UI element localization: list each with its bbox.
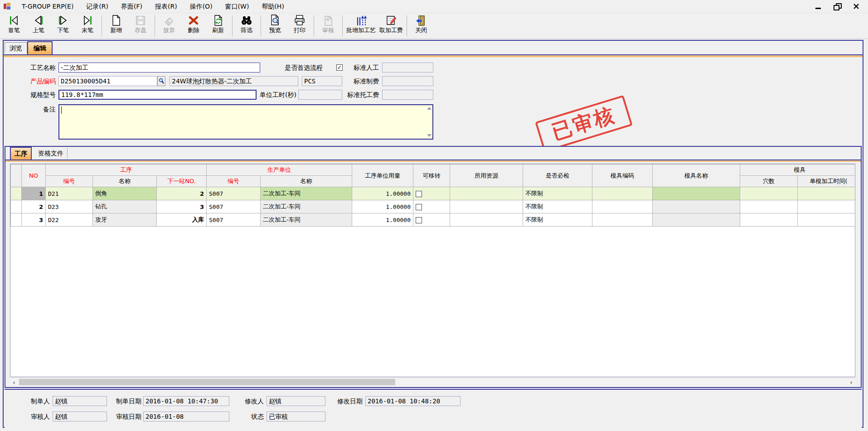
op-code-cell[interactable]: D21 xyxy=(46,187,93,200)
menu-report[interactable]: 报表(R) xyxy=(149,0,184,13)
save-button[interactable]: 存盘 xyxy=(128,13,153,39)
menu-help[interactable]: 帮助(H) xyxy=(255,0,290,13)
tab-browse[interactable]: 浏览 xyxy=(5,42,27,53)
usage-cell[interactable]: 1.00000 xyxy=(352,213,413,227)
table-row[interactable]: 1D21倒角2S007二次加工-车间1.00000不限制 xyxy=(11,187,856,200)
menu-app[interactable]: T-GROUP ERP(E) xyxy=(15,0,80,13)
op-name-cell[interactable]: 钻孔 xyxy=(93,200,157,213)
batch-add-process-button[interactable]: 批增加工艺 xyxy=(344,13,378,39)
col-op-code-header[interactable]: 编号 xyxy=(46,176,93,187)
row-selector-cell[interactable] xyxy=(11,200,22,213)
resources-cell[interactable] xyxy=(450,187,523,200)
unit-code-cell[interactable]: S007 xyxy=(207,200,261,213)
process-name-input[interactable]: -二次加工 xyxy=(58,63,260,73)
no-cell[interactable]: 3 xyxy=(22,213,46,227)
get-processing-fee-button[interactable]: 取加工费 xyxy=(378,13,405,39)
inspect-cell[interactable]: 不限制 xyxy=(523,187,592,200)
col-unit-name-header[interactable]: 名称 xyxy=(261,176,352,187)
cavities-cell[interactable] xyxy=(740,187,798,200)
inspect-cell[interactable]: 不限制 xyxy=(523,200,592,213)
remark-textarea[interactable] xyxy=(58,104,433,140)
table-row[interactable]: 2D23钻孔3S007二次加工-车间1.00000不限制 xyxy=(11,200,856,213)
menu-operation[interactable]: 操作(O) xyxy=(184,0,219,13)
scroll-up-icon[interactable] xyxy=(427,107,432,110)
no-cell[interactable]: 1 xyxy=(22,187,46,200)
unit-name-cell[interactable]: 二次加工-车间 xyxy=(261,200,352,213)
horizontal-scrollbar[interactable]: ‹ › xyxy=(10,378,855,386)
row-selector-cell[interactable] xyxy=(11,213,22,227)
usage-cell[interactable]: 1.00000 xyxy=(352,200,413,213)
usage-cell[interactable]: 1.00000 xyxy=(352,187,413,200)
col-cavities-header[interactable]: 穴数 xyxy=(740,176,798,187)
delete-button[interactable]: 删除 xyxy=(181,13,206,39)
mold-name-cell[interactable] xyxy=(653,187,740,200)
movable-checkbox[interactable] xyxy=(416,204,422,210)
row-selector-cell[interactable] xyxy=(11,187,22,200)
close-form-button[interactable]: 关闭 xyxy=(409,13,433,39)
menu-interface[interactable]: 界面(F) xyxy=(115,0,149,13)
movable-checkbox[interactable] xyxy=(416,217,422,223)
mold-time-cell[interactable] xyxy=(798,200,855,213)
scroll-right-icon[interactable]: › xyxy=(847,378,855,386)
col-resources-header[interactable]: 所用资源 xyxy=(450,165,523,187)
mold-time-cell[interactable] xyxy=(798,213,855,227)
menu-record[interactable]: 记录(R) xyxy=(80,0,115,13)
mold-time-cell[interactable] xyxy=(798,187,855,200)
no-cell[interactable]: 2 xyxy=(22,200,46,213)
movable-cell[interactable] xyxy=(413,187,450,200)
col-movable-header[interactable]: 可移转 xyxy=(413,165,450,187)
preview-button[interactable]: 预览 xyxy=(263,13,287,39)
col-inspect-header[interactable]: 是否必检 xyxy=(523,165,592,187)
minimize-icon[interactable] xyxy=(815,3,822,10)
movable-checkbox[interactable] xyxy=(416,191,422,197)
mold-name-cell[interactable] xyxy=(653,200,740,213)
unit-code-cell[interactable]: S007 xyxy=(207,187,261,200)
tab-edit[interactable]: 编辑 xyxy=(27,41,53,54)
menu-window[interactable]: 窗口(W) xyxy=(219,0,256,13)
resources-cell[interactable] xyxy=(450,200,523,213)
mold-code-cell[interactable] xyxy=(592,200,653,213)
op-name-cell[interactable]: 倒角 xyxy=(93,187,157,200)
next-no-cell[interactable]: 3 xyxy=(157,200,207,213)
unit-name-cell[interactable]: 二次加工-车间 xyxy=(261,213,352,227)
restore-icon[interactable] xyxy=(834,3,841,10)
new-button[interactable]: 新增 xyxy=(104,13,128,39)
tab-process[interactable]: 工序 xyxy=(10,147,32,160)
next-no-cell[interactable]: 2 xyxy=(157,187,207,200)
spec-input[interactable]: 119.8*117mm xyxy=(58,90,257,100)
col-mold-name-header[interactable]: 模具名称 xyxy=(653,165,740,187)
product-code-input[interactable]: D250130005D41 xyxy=(58,76,157,86)
col-mold-code-header[interactable]: 模具编码 xyxy=(592,165,653,187)
col-next-no-header[interactable]: 下一站NO. xyxy=(157,176,207,187)
product-lookup-button[interactable] xyxy=(157,76,165,86)
table-row[interactable]: 3D22攻牙入库S007二次加工-车间1.00000不限制 xyxy=(11,213,856,227)
inspect-cell[interactable]: 不限制 xyxy=(523,213,592,227)
col-unit-code-header[interactable]: 编号 xyxy=(207,176,261,187)
col-op-name-header[interactable]: 名称 xyxy=(93,176,157,187)
prev-record-button[interactable]: 上笔 xyxy=(26,13,51,39)
op-name-cell[interactable]: 攻牙 xyxy=(93,213,157,227)
scroll-down-icon[interactable] xyxy=(427,134,432,137)
resources-cell[interactable] xyxy=(450,213,523,227)
refresh-button[interactable]: 刷新 xyxy=(206,13,230,39)
col-usage-header[interactable]: 工序单位用量 xyxy=(352,165,413,187)
mold-name-cell[interactable] xyxy=(653,213,740,227)
last-record-button[interactable]: 末笔 xyxy=(75,13,100,39)
op-code-cell[interactable]: D22 xyxy=(46,213,93,227)
movable-cell[interactable] xyxy=(413,200,450,213)
unit-code-cell[interactable]: S007 xyxy=(207,213,261,227)
filter-button[interactable]: 筛选 xyxy=(234,13,259,39)
scroll-left-icon[interactable]: ‹ xyxy=(10,378,18,386)
unit-name-cell[interactable]: 二次加工-车间 xyxy=(261,187,352,200)
cavities-cell[interactable] xyxy=(740,200,798,213)
movable-cell[interactable] xyxy=(413,213,450,227)
op-code-cell[interactable]: D23 xyxy=(46,200,93,213)
mold-code-cell[interactable] xyxy=(592,187,653,200)
close-icon[interactable] xyxy=(853,3,860,10)
cavities-cell[interactable] xyxy=(740,213,798,227)
next-record-button[interactable]: 下笔 xyxy=(51,13,75,39)
first-record-button[interactable]: 首笔 xyxy=(2,13,26,39)
mold-code-cell[interactable] xyxy=(592,213,653,227)
col-no-header[interactable]: NO xyxy=(22,165,46,187)
scrollbar-thumb[interactable] xyxy=(19,379,395,385)
